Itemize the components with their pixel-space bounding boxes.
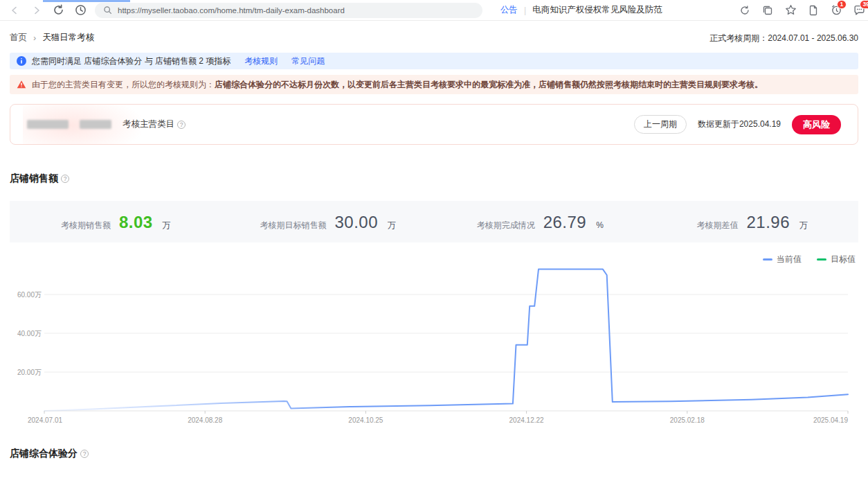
help-icon[interactable]: ? (61, 175, 69, 183)
sales-section-title: 店铺销售额 ? (10, 173, 69, 185)
notification-bell-icon[interactable]: 1 (830, 4, 842, 17)
back-icon[interactable] (8, 4, 20, 16)
svg-text:2024.10.25: 2024.10.25 (348, 416, 383, 424)
breadcrumb-current: 天猫日常考核 (42, 32, 94, 44)
metric-item: 考核期销售额8.03万 (10, 201, 222, 242)
metric-unit: 万 (799, 220, 808, 231)
announcement-divider: | (524, 6, 526, 15)
windows-copy-icon[interactable] (761, 4, 774, 17)
announcement-bar: 公告 | 电商知识产权侵权常见风险及防范 (500, 4, 662, 16)
exam-period-text: 正式考核周期：2024.07.01 - 2025.06.30 (709, 33, 858, 44)
svg-text:60.00万: 60.00万 (17, 291, 42, 299)
forward-icon[interactable] (30, 4, 42, 16)
metric-label: 考核期完成情况 (477, 220, 535, 231)
metric-item: 考核期差值21.96万 (647, 201, 859, 242)
category-card: 考核主营类目 ? 上一周期 数据更新于2025.04.19 高风险 (10, 104, 858, 145)
search-icon (103, 6, 112, 15)
announcement-label[interactable]: 公告 (500, 4, 518, 16)
warning-banner-text: 由于您的主营类目有变更，所以您的考核规则为：店铺综合体验分的不达标月份次数，以变… (32, 79, 763, 91)
svg-text:2024.07.01: 2024.07.01 (28, 416, 62, 424)
legend-swatch (763, 258, 772, 261)
svg-text:2025.04.19: 2025.04.19 (813, 416, 848, 424)
data-updated-text: 数据更新于2025.04.19 (698, 118, 781, 130)
breadcrumb: 首页 › 天猫日常考核 (10, 32, 94, 44)
sales-trend-chart: 当前值目标值 20.00万40.00万60.00万2024.07.012024.… (10, 249, 858, 431)
chevron-right-icon: › (33, 33, 36, 43)
metric-unit: 万 (388, 220, 396, 231)
reload-icon[interactable] (53, 4, 64, 16)
browser-toolbar: https://myseller.taobao.com/home.htm/tm-… (0, 0, 868, 21)
info-banner: 您需同时满足 店铺综合体验分 与 店铺销售额 2 项指标 考核规则 常见问题 (10, 53, 858, 69)
info-banner-text: 您需同时满足 店铺综合体验分 与 店铺销售额 2 项指标 (32, 55, 230, 67)
warning-icon (17, 80, 26, 89)
svg-text:40.00万: 40.00万 (17, 330, 42, 337)
metric-value: 26.79 (543, 213, 587, 232)
metric-label: 考核期差值 (696, 220, 738, 231)
url-text: https://myseller.taobao.com/home.htm/tm-… (118, 6, 345, 15)
metric-label: 考核期销售额 (61, 220, 111, 231)
faq-link[interactable]: 常见问题 (291, 55, 325, 67)
exam-rules-link[interactable]: 考核规则 (244, 55, 278, 67)
redacted-text (80, 120, 111, 129)
svg-text:20.00万: 20.00万 (17, 369, 42, 376)
previous-period-button[interactable]: 上一周期 (634, 115, 687, 134)
metric-item: 考核期完成情况26.79% (434, 201, 647, 242)
metric-label: 考核期目标销售额 (260, 220, 326, 231)
metric-unit: 万 (163, 220, 171, 231)
svg-text:2025.02.18: 2025.02.18 (670, 416, 705, 424)
info-icon (17, 56, 26, 66)
experience-section-title: 店铺综合体验分 ? (10, 448, 89, 460)
svg-text:2024.12.22: 2024.12.22 (509, 416, 544, 424)
breadcrumb-home[interactable]: 首页 (10, 32, 27, 44)
help-icon[interactable]: ? (177, 121, 186, 129)
page-icon[interactable] (807, 4, 820, 17)
category-label: 考核主营类目 ? (123, 118, 186, 130)
url-bar[interactable]: https://myseller.taobao.com/home.htm/tm-… (95, 3, 482, 18)
help-icon[interactable]: ? (80, 450, 89, 458)
messages-icon[interactable]: 39 (853, 4, 865, 17)
svg-text:2024.08.28: 2024.08.28 (188, 416, 222, 424)
history-icon[interactable] (75, 4, 87, 16)
redacted-text (27, 120, 69, 129)
metric-value: 30.00 (334, 213, 378, 232)
announcement-link[interactable]: 电商知识产权侵权常见风险及防范 (532, 4, 662, 16)
high-risk-badge: 高风险 (792, 115, 841, 134)
line-chart-canvas: 20.00万40.00万60.00万2024.07.012024.08.2820… (10, 263, 858, 427)
metric-unit: % (596, 220, 604, 230)
messages-badge: 39 (860, 0, 868, 9)
favorite-star-icon[interactable] (784, 4, 797, 17)
sales-metrics-bar: 考核期销售额8.03万考核期目标销售额30.00万考核期完成情况26.79%考核… (10, 201, 858, 242)
refresh-page-icon[interactable] (739, 4, 751, 17)
metric-item: 考核期目标销售额30.00万 (222, 201, 435, 242)
legend-swatch (817, 258, 826, 261)
metric-value: 21.96 (746, 213, 790, 232)
warning-banner: 由于您的主营类目有变更，所以您的考核规则为：店铺综合体验分的不达标月份次数，以变… (10, 75, 858, 94)
notification-badge: 1 (837, 0, 847, 9)
tab-loading-indicator (43, 0, 130, 2)
metric-value: 8.03 (119, 213, 153, 232)
